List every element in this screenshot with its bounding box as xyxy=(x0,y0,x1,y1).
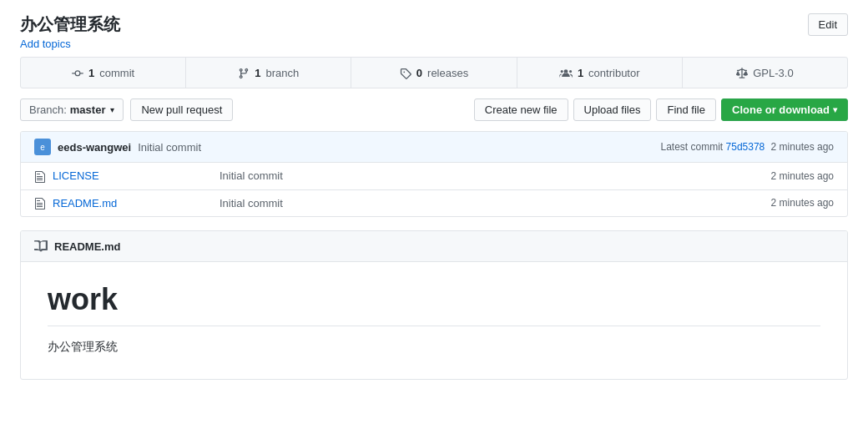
readme-section: README.md work 办公管理系统 xyxy=(20,230,848,381)
stat-commits[interactable]: 1 commit xyxy=(21,58,186,88)
file-row: LICENSE Initial commit 2 minutes ago xyxy=(21,163,847,189)
contributor-label: contributor xyxy=(588,67,639,79)
edit-button[interactable]: Edit xyxy=(808,13,848,36)
readme-icon xyxy=(34,240,48,254)
chevron-down-icon: ▾ xyxy=(110,105,114,114)
file-time: 2 minutes ago xyxy=(734,197,834,209)
file-icon xyxy=(34,169,46,183)
commit-count: 1 xyxy=(88,67,94,79)
commit-label: commit xyxy=(99,67,134,79)
upload-files-button[interactable]: Upload files xyxy=(573,98,652,121)
stats-bar: 1 commit 1 branch 0 releases xyxy=(20,57,848,88)
stat-branches[interactable]: 1 branch xyxy=(186,58,351,88)
file-time: 2 minutes ago xyxy=(734,170,834,182)
commit-meta: Latest commit 75d5378 2 minutes ago xyxy=(661,141,835,153)
law-icon xyxy=(736,66,748,79)
clone-label: Clone or download xyxy=(732,103,830,116)
file-icon xyxy=(34,196,46,210)
latest-commit-row: e eeds-wangwei Initial commit Latest com… xyxy=(21,132,847,163)
clone-caret-icon: ▾ xyxy=(833,105,837,114)
add-topics-link[interactable]: Add topics xyxy=(20,38,120,50)
file-row: README.md Initial commit 2 minutes ago xyxy=(21,190,847,216)
commit-time: 2 minutes ago xyxy=(771,141,834,153)
tag-icon xyxy=(400,66,411,79)
branch-name: master xyxy=(70,103,106,116)
toolbar-left: Branch: master ▾ New pull request xyxy=(20,98,233,121)
file-commit-msg: Initial commit xyxy=(220,169,734,182)
file-table: e eeds-wangwei Initial commit Latest com… xyxy=(20,131,848,217)
readme-title: work xyxy=(48,282,820,326)
readme-header: README.md xyxy=(21,231,847,263)
clone-or-download-button[interactable]: Clone or download ▾ xyxy=(721,98,848,121)
stat-contributors[interactable]: 1 contributor xyxy=(517,58,683,88)
releases-label: releases xyxy=(427,67,468,79)
latest-commit-label: Latest commit xyxy=(661,141,724,153)
file-name-link[interactable]: README.md xyxy=(53,197,220,209)
commit-message: Initial commit xyxy=(138,141,201,154)
branch-count: 1 xyxy=(255,67,260,79)
new-pull-request-button[interactable]: New pull request xyxy=(130,98,233,121)
commit-author[interactable]: eeds-wangwei xyxy=(58,141,131,154)
readme-description: 办公管理系统 xyxy=(48,340,820,355)
branch-selector[interactable]: Branch: master ▾ xyxy=(20,98,124,121)
people-icon xyxy=(559,66,573,79)
commit-info-left: e eeds-wangwei Initial commit xyxy=(34,139,201,155)
branch-label: branch xyxy=(266,67,300,79)
find-file-button[interactable]: Find file xyxy=(656,98,716,121)
avatar: e xyxy=(34,139,51,155)
create-new-file-button[interactable]: Create new file xyxy=(474,98,568,121)
releases-count: 0 xyxy=(416,67,422,79)
file-toolbar: Branch: master ▾ New pull request Create… xyxy=(20,98,848,121)
file-name-link[interactable]: LICENSE xyxy=(53,169,220,182)
readme-filename: README.md xyxy=(54,240,120,253)
readme-body: work 办公管理系统 xyxy=(21,262,847,379)
commit-icon xyxy=(72,66,83,79)
toolbar-right: Create new file Upload files Find file C… xyxy=(474,98,848,121)
branch-prefix: Branch: xyxy=(29,103,67,116)
repo-title: 办公管理系统 xyxy=(20,13,120,36)
contributor-count: 1 xyxy=(578,67,583,79)
stat-releases[interactable]: 0 releases xyxy=(351,58,517,88)
file-commit-msg: Initial commit xyxy=(220,197,734,209)
branch-icon xyxy=(238,66,250,79)
stat-license[interactable]: GPL-3.0 xyxy=(683,58,847,88)
commit-hash-link[interactable]: 75d5378 xyxy=(726,141,765,153)
license-label: GPL-3.0 xyxy=(753,67,793,79)
